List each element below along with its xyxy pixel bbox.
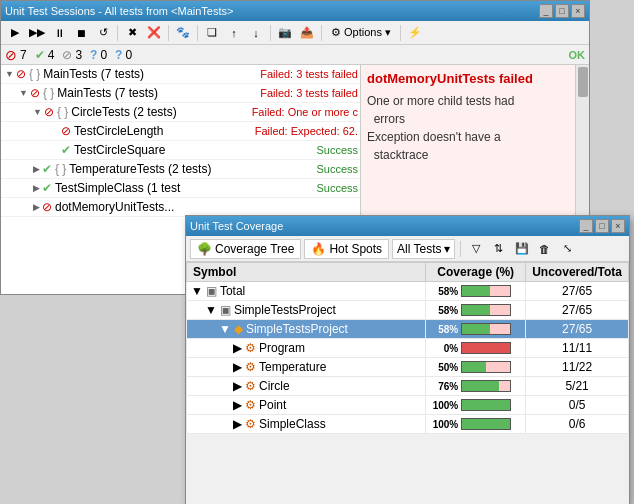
cov-close-button[interactable]: × [611, 219, 625, 233]
copy-button[interactable]: ❏ [202, 23, 222, 43]
coverage-title-bar: Unit Test Coverage _ □ × [186, 216, 629, 236]
hot-spots-tab[interactable]: 🔥 Hot Spots [304, 239, 389, 259]
run-button[interactable]: ▶ [5, 23, 25, 43]
row-expand-4[interactable]: ▶ [233, 360, 242, 374]
green-bar-5 [462, 381, 498, 391]
row-name-0: Total [220, 284, 245, 298]
row-expand-5[interactable]: ▶ [233, 379, 242, 393]
delete-cov-button[interactable]: 🗑 [535, 239, 555, 259]
fail-icon-2: ⊘ [44, 105, 54, 119]
coverage-row-4[interactable]: ▶⚙Temperature50%11/22 [187, 358, 629, 377]
bar-container-3 [461, 342, 511, 354]
stop-button[interactable]: ⏹ [71, 23, 91, 43]
expand-arrow-1[interactable]: ▼ [19, 88, 28, 98]
maximize-button[interactable]: □ [555, 4, 569, 18]
export-cov-button[interactable]: 💾 [512, 239, 532, 259]
close-button[interactable]: × [571, 4, 585, 18]
expand-arrow-7[interactable]: ▶ [33, 202, 40, 212]
bar-wrap-0: 58% [430, 285, 521, 297]
uncovered-cell-6: 0/5 [526, 396, 629, 415]
blue-count2: ? 0 [115, 48, 132, 62]
tree-row-maintests-root[interactable]: ▼ ⊘ { } MainTests (7 tests) Failed: 3 te… [1, 65, 360, 84]
cov-maximize-button[interactable]: □ [595, 219, 609, 233]
row-expand-1[interactable]: ▼ [205, 303, 217, 317]
coverage-row-0[interactable]: ▼▣Total58%27/65 [187, 282, 629, 301]
main-window-title: Unit Test Sessions - All tests from <Mai… [5, 5, 233, 17]
coverage-tree-tab[interactable]: 🌳 Coverage Tree [190, 239, 301, 259]
coverage-row-1[interactable]: ▼▣SimpleTestsProject58%27/65 [187, 301, 629, 320]
expand-arrow-5[interactable]: ▶ [33, 164, 40, 174]
run-all-button[interactable]: ▶▶ [27, 23, 47, 43]
filter-label: All Tests [397, 242, 441, 256]
toolbar-sep1 [117, 25, 118, 41]
coverage-table: Symbol Coverage (%) Uncovered/Tota ▼▣Tot… [186, 262, 629, 434]
cov-minimize-button[interactable]: _ [579, 219, 593, 233]
expand-cov-button[interactable]: ⤡ [558, 239, 578, 259]
rerun-button[interactable]: ↺ [93, 23, 113, 43]
debug-button[interactable]: 🐾 [173, 23, 193, 43]
coverage-row-6[interactable]: ▶⚙Point100%0/5 [187, 396, 629, 415]
error-line-4: stacktrace [367, 146, 583, 164]
uncovered-column-header: Uncovered/Tota [526, 263, 629, 282]
row-name-7: SimpleClass [259, 417, 326, 431]
symbol-cell-5: ▶⚙Circle [187, 377, 426, 396]
row-expand-3[interactable]: ▶ [233, 341, 242, 355]
delete-all-button[interactable]: ❌ [144, 23, 164, 43]
blue-count1-value: 0 [100, 48, 107, 62]
uncovered-cell-5: 5/21 [526, 377, 629, 396]
tree-label-2: CircleTests (2 tests) [71, 105, 251, 119]
delete-button[interactable]: ✖ [122, 23, 142, 43]
tree-row-testcirclesquare[interactable]: ✔ TestCircleSquare Success [1, 141, 360, 160]
coverage-row-7[interactable]: ▶⚙SimpleClass100%0/6 [187, 415, 629, 434]
filter-dropdown[interactable]: All Tests ▾ [392, 239, 454, 259]
expand-arrow-2[interactable]: ▼ [33, 107, 42, 117]
pause-button[interactable]: ⏸ [49, 23, 69, 43]
filter-icon-button[interactable]: ▽ [466, 239, 486, 259]
row-icon-5: ⚙ [245, 379, 256, 393]
tree-row-testcirclelength[interactable]: ⊘ TestCircleLength Failed: Expected: 62. [1, 122, 360, 141]
red-bar-4 [486, 362, 510, 372]
folder-icon-5: { } [55, 162, 66, 176]
tree-row-testsimpleclass[interactable]: ▶ ✔ TestSimpleClass (1 test Success [1, 179, 360, 198]
coverage-row-3[interactable]: ▶⚙Program0%11/11 [187, 339, 629, 358]
row-expand-2[interactable]: ▼ [219, 322, 231, 336]
tree-row-circletests[interactable]: ▼ ⊘ { } CircleTests (2 tests) Failed: On… [1, 103, 360, 122]
export-button[interactable]: 📤 [297, 23, 317, 43]
uncovered-cell-2: 27/65 [526, 320, 629, 339]
sort-button[interactable]: ⇅ [489, 239, 509, 259]
tree-tab-label: Coverage Tree [215, 242, 294, 256]
row-expand-0[interactable]: ▼ [191, 284, 203, 298]
coverage-row-5[interactable]: ▶⚙Circle76%5/21 [187, 377, 629, 396]
green-bar-2 [462, 324, 490, 334]
fail-icon: ⊘ [5, 47, 17, 63]
symbol-cell-1: ▼▣SimpleTestsProject [187, 301, 426, 320]
arrow-up-button[interactable]: ↑ [224, 23, 244, 43]
tree-row-temperaturetests[interactable]: ▶ ✔ { } TemperatureTests (2 tests) Succe… [1, 160, 360, 179]
status-ok: OK [569, 49, 586, 61]
coverage-cell-3: 0% [426, 339, 526, 358]
bar-wrap-5: 76% [430, 380, 521, 392]
minimize-button[interactable]: _ [539, 4, 553, 18]
row-expand-6[interactable]: ▶ [233, 398, 242, 412]
row-expand-7[interactable]: ▶ [233, 417, 242, 431]
options-button[interactable]: ⚙ Options ▾ [326, 23, 396, 43]
bar-container-5 [461, 380, 511, 392]
bar-container-6 [461, 399, 511, 411]
fail-icon-0: ⊘ [16, 67, 26, 81]
row-icon-4: ⚙ [245, 360, 256, 374]
expand-arrow-6[interactable]: ▶ [33, 183, 40, 193]
pct-label-5: 76% [430, 381, 458, 392]
screenshot-button[interactable]: 📷 [275, 23, 295, 43]
main-window-controls: _ □ × [539, 4, 585, 18]
lightning-button[interactable]: ⚡ [405, 23, 425, 43]
tree-row-maintests-inner[interactable]: ▼ ⊘ { } MainTests (7 tests) Failed: 3 te… [1, 84, 360, 103]
coverage-row-2[interactable]: ▼◆SimpleTestsProject58%27/65 [187, 320, 629, 339]
pass-icon-5: ✔ [42, 162, 52, 176]
arrow-down-button[interactable]: ↓ [246, 23, 266, 43]
expand-arrow-0[interactable]: ▼ [5, 69, 14, 79]
uncovered-cell-0: 27/65 [526, 282, 629, 301]
coverage-cell-2: 58% [426, 320, 526, 339]
pass-icon-6: ✔ [42, 181, 52, 195]
pass-count: ✔ 4 [35, 48, 55, 62]
coverage-toolbar: 🌳 Coverage Tree 🔥 Hot Spots All Tests ▾ … [186, 236, 629, 262]
